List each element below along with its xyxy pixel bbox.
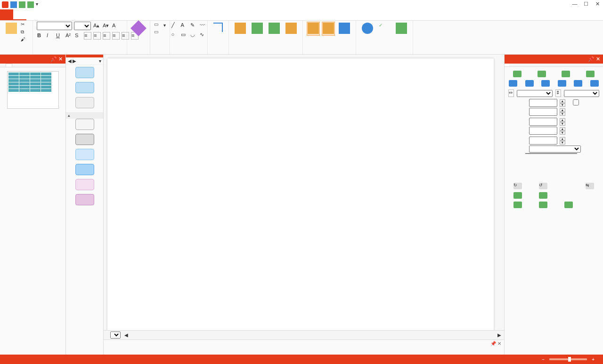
rotate-ccw-button[interactable]: ↺ bbox=[534, 183, 553, 190]
align-left-button[interactable] bbox=[508, 80, 518, 88]
arc-tool-icon[interactable]: ◡ bbox=[190, 31, 197, 39]
zoom-in-button[interactable]: + bbox=[592, 357, 595, 362]
rtab-presentation[interactable] bbox=[519, 64, 523, 66]
lib-item-element-black[interactable] bbox=[66, 134, 103, 145]
cut-button[interactable]: ✂ bbox=[21, 22, 29, 28]
minimize-button[interactable]: — bbox=[571, 1, 579, 7]
pages-pane-pin-icon[interactable]: 📌 ✕ bbox=[50, 56, 63, 62]
lib-item-isolated[interactable] bbox=[66, 97, 103, 108]
format-painter-button[interactable]: 🖌 bbox=[21, 37, 29, 43]
page-list-select[interactable] bbox=[110, 332, 121, 339]
align-right-icon[interactable]: ≡ bbox=[103, 32, 110, 40]
arrange-size-button[interactable] bbox=[322, 22, 335, 36]
align-center-icon[interactable]: ≡ bbox=[93, 32, 101, 40]
align-top-button[interactable] bbox=[557, 80, 567, 88]
line-tool-icon[interactable]: ╱ bbox=[171, 22, 179, 29]
tab-view[interactable] bbox=[53, 9, 66, 20]
text-tool-icon[interactable]: A bbox=[180, 22, 188, 29]
connector-button[interactable] bbox=[212, 22, 225, 34]
align-bottom-button[interactable] bbox=[590, 80, 600, 88]
snap-button[interactable] bbox=[307, 22, 320, 36]
distribute-v-icon[interactable]: ⇕ bbox=[555, 89, 561, 97]
tree-button[interactable] bbox=[267, 22, 282, 36]
canvas[interactable] bbox=[104, 55, 504, 330]
pages-tab-pages[interactable] bbox=[6, 64, 12, 67]
align-left-icon[interactable]: ≡ bbox=[84, 32, 91, 40]
pages-tab-layers[interactable] bbox=[12, 64, 18, 67]
width-input[interactable] bbox=[529, 99, 557, 107]
distribute-v-select[interactable] bbox=[564, 90, 599, 97]
bold-icon[interactable]: B bbox=[37, 32, 44, 40]
colors-close-icon[interactable]: 📌 ✕ bbox=[490, 341, 501, 346]
freehand-icon[interactable]: 〰 bbox=[199, 22, 207, 29]
lib-item-element[interactable] bbox=[66, 82, 103, 93]
lib-nav-more-icon[interactable]: ▾ bbox=[99, 58, 101, 64]
solutions-button[interactable] bbox=[131, 22, 146, 36]
pages-tab-solutions[interactable] bbox=[0, 64, 6, 67]
lib-item-group2[interactable] bbox=[66, 67, 103, 78]
order-forward-button[interactable] bbox=[581, 71, 599, 78]
font-color-icon[interactable]: A bbox=[112, 22, 119, 30]
italic-icon[interactable]: I bbox=[46, 32, 54, 40]
order-front-button[interactable] bbox=[533, 71, 551, 78]
height-input[interactable] bbox=[529, 108, 557, 116]
superscript-icon[interactable]: A² bbox=[65, 32, 73, 40]
underline-icon[interactable]: U bbox=[56, 32, 63, 40]
lib-item-element-purple[interactable] bbox=[66, 194, 103, 205]
close-button[interactable]: ✕ bbox=[594, 1, 601, 7]
color-swatches[interactable] bbox=[104, 347, 504, 354]
find-replace-button[interactable] bbox=[360, 22, 375, 36]
same-width-button[interactable] bbox=[534, 202, 553, 209]
lib-item-group-black[interactable] bbox=[66, 119, 103, 130]
change-shape-button[interactable] bbox=[394, 22, 409, 36]
order-backward-button[interactable] bbox=[557, 71, 575, 78]
paste-button[interactable] bbox=[4, 22, 19, 36]
format-button[interactable] bbox=[337, 22, 352, 36]
select-text-button[interactable]: ▭ bbox=[154, 29, 166, 36]
curve-tool-icon[interactable]: ∿ bbox=[199, 31, 207, 39]
redo-icon[interactable] bbox=[27, 1, 34, 8]
rtab-arrange[interactable] bbox=[505, 64, 509, 66]
copy-button[interactable]: ⧉ bbox=[21, 29, 29, 36]
shrink-font-icon[interactable]: A▾ bbox=[102, 22, 110, 30]
ungroup-button[interactable] bbox=[534, 192, 553, 200]
grow-font-icon[interactable]: A▴ bbox=[93, 22, 100, 30]
zoom-slider[interactable] bbox=[549, 358, 587, 360]
lock-proportions-checkbox[interactable] bbox=[573, 99, 579, 105]
rapid-draw-button[interactable] bbox=[233, 22, 248, 36]
lib-nav-next-icon[interactable]: ▶ bbox=[73, 58, 76, 64]
valign-top-icon[interactable]: ≡ bbox=[112, 32, 120, 40]
maximize-button[interactable]: ☐ bbox=[582, 1, 590, 7]
rotate-cw-button[interactable]: ↻ bbox=[508, 183, 527, 190]
same-height-button[interactable] bbox=[559, 202, 578, 209]
save-icon[interactable] bbox=[10, 1, 17, 8]
rtab-format[interactable] bbox=[509, 64, 514, 66]
tab-share[interactable] bbox=[66, 9, 79, 20]
qat-more-icon[interactable]: ▾ bbox=[36, 1, 42, 8]
lib-item-group-blue[interactable] bbox=[66, 149, 103, 160]
file-menu[interactable] bbox=[0, 9, 13, 20]
strike-icon[interactable]: S bbox=[74, 32, 82, 40]
zoom-out-button[interactable]: − bbox=[542, 357, 545, 362]
pin-select[interactable] bbox=[529, 146, 581, 153]
angle-input[interactable] bbox=[529, 137, 557, 145]
pencil-icon[interactable]: ✎ bbox=[190, 22, 197, 29]
chain-button[interactable] bbox=[250, 22, 265, 36]
x-input[interactable] bbox=[529, 118, 557, 126]
lib-item-element-blue[interactable] bbox=[66, 164, 103, 175]
lib-nav-prev-icon[interactable]: ◀ bbox=[68, 58, 72, 64]
tab-home[interactable] bbox=[13, 9, 26, 20]
font-family-select[interactable] bbox=[37, 22, 72, 30]
align-middle-button[interactable] bbox=[573, 80, 583, 88]
page-thumbnail[interactable] bbox=[7, 71, 59, 111]
lib-item-group-purple[interactable] bbox=[66, 179, 103, 190]
font-size-select[interactable] bbox=[74, 22, 91, 30]
ellipse-tool-icon[interactable]: ○ bbox=[171, 31, 179, 39]
y-input[interactable] bbox=[529, 127, 557, 135]
rect-tool-icon[interactable]: ▭ bbox=[180, 31, 188, 39]
tab-document[interactable] bbox=[40, 9, 53, 20]
rtab-hypernote[interactable] bbox=[514, 64, 519, 66]
select-shape-button[interactable]: ▭ ▾ bbox=[154, 22, 166, 28]
same-size-button[interactable] bbox=[508, 202, 527, 209]
lib-section-multicol[interactable]: ▴ bbox=[66, 112, 103, 119]
